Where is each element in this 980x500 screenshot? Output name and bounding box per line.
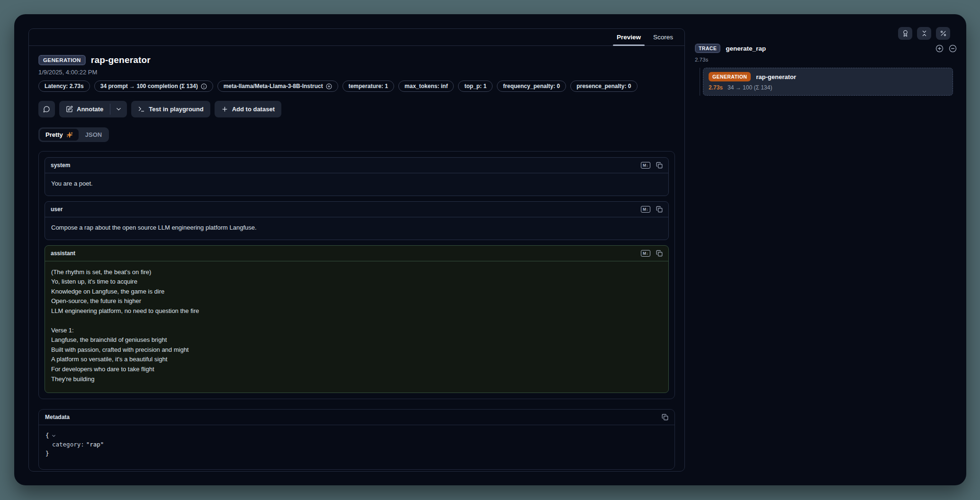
trace-name: generate_rap <box>726 45 766 52</box>
collapse-panel-button[interactable] <box>917 27 931 40</box>
generation-node-latency: 2.73s <box>709 84 723 91</box>
trace-root-row[interactable]: TRACE generate_rap <box>695 44 957 53</box>
edit-pencil-icon <box>66 106 73 113</box>
annotate-button[interactable]: Annotate <box>59 101 110 117</box>
percent-icon <box>940 30 947 37</box>
system-message-header: system M↓ <box>45 158 668 173</box>
top-p-badge-label: top_p: 1 <box>464 83 486 89</box>
metadata-header: Metadata <box>39 410 674 425</box>
sparkles-icon <box>66 132 73 138</box>
generation-node-tokens: 34 → 100 (Σ 134) <box>728 84 772 91</box>
trace-tree-sidebar: TRACE generate_rap 2.73s GENERATION rap-… <box>695 44 957 96</box>
metadata-category-line: category: "rap" <box>45 440 668 449</box>
open-brace: { <box>45 431 49 440</box>
tab-scores[interactable]: Scores <box>653 29 673 45</box>
observation-content: GENERATION rap-generator 1/9/2025, 4:00:… <box>29 46 684 470</box>
metadata-open-brace-line: { <box>45 431 668 440</box>
collapse-chevron-icon[interactable] <box>51 433 56 438</box>
tab-scores-label: Scores <box>653 34 673 41</box>
markdown-toggle-icon[interactable]: M↓ <box>641 250 650 257</box>
frequency-penalty-badge-label: frequency_penalty: 0 <box>503 83 560 89</box>
trace-type-badge: TRACE <box>695 44 720 53</box>
app-window: Preview Scores GENERATION rap-generator … <box>14 14 966 485</box>
frequency-penalty-badge: frequency_penalty: 0 <box>497 80 566 92</box>
trace-latency: 2.73s <box>695 57 957 62</box>
annotations-award-button[interactable] <box>898 27 912 40</box>
test-in-playground-button[interactable]: Test in playground <box>131 101 210 117</box>
metadata-key: category: <box>52 440 84 449</box>
plus-circle-icon[interactable] <box>326 83 332 89</box>
token-usage-badge[interactable]: 34 prompt → 100 completion (Σ 134) <box>94 80 213 92</box>
model-badge-label: meta-llama/Meta-Llama-3-8B-Instruct <box>224 83 323 89</box>
metadata-container: Metadata { category: "rap" <box>38 409 675 470</box>
window-controls <box>898 27 950 40</box>
terminal-icon <box>138 106 145 113</box>
max-tokens-badge-label: max_tokens: inf <box>405 83 448 89</box>
percent-view-button[interactable] <box>936 27 950 40</box>
user-message-content: Compose a rap about the open source LLM … <box>45 217 668 240</box>
generation-tree-node[interactable]: GENERATION rap-generator 2.73s 34 → 100 … <box>703 68 953 96</box>
observation-header: GENERATION rap-generator <box>38 55 675 65</box>
model-badge[interactable]: meta-llama/Meta-Llama-3-8B-Instruct <box>217 80 338 92</box>
assistant-message-content: (The rhythm is set, the beat's on fire) … <box>45 261 668 393</box>
system-message-actions: M↓ <box>641 162 663 169</box>
system-message-card: system M↓ You are a poet. <box>45 157 669 196</box>
metadata-json: { category: "rap" } <box>39 425 674 469</box>
comment-bubble-icon <box>43 106 50 113</box>
observation-timestamp: 1/9/2025, 4:00:22 PM <box>38 69 675 76</box>
copy-icon[interactable] <box>656 206 663 213</box>
copy-icon[interactable] <box>662 414 668 420</box>
metadata-close-brace-line: } <box>45 449 668 458</box>
copy-icon[interactable] <box>656 162 663 169</box>
json-view-label: JSON <box>85 131 102 138</box>
user-message-header: user M↓ <box>45 202 668 217</box>
close-brace: } <box>45 449 49 458</box>
presence-penalty-badge: presence_penalty: 0 <box>570 80 637 92</box>
top-p-badge: top_p: 1 <box>458 80 493 92</box>
add-to-dataset-label: Add to dataset <box>232 106 275 113</box>
json-view-button[interactable]: JSON <box>80 129 108 141</box>
metadata-value: "rap" <box>86 440 104 449</box>
action-toolbar: Annotate Test in playground <box>38 101 675 117</box>
minus-circle-icon <box>949 45 957 53</box>
markdown-toggle-icon[interactable]: M↓ <box>641 162 650 169</box>
tab-preview-label: Preview <box>617 34 641 41</box>
latency-badge: Latency: 2.73s <box>38 80 90 92</box>
pretty-json-toggle: Pretty JSON <box>38 127 109 142</box>
plus-icon <box>221 106 228 113</box>
temperature-badge-label: temperature: 1 <box>349 83 388 89</box>
chevron-down-icon <box>115 106 122 113</box>
collapse-all-button[interactable] <box>949 45 957 53</box>
generation-node-name: rap-generator <box>756 73 796 80</box>
annotate-split-button: Annotate <box>59 101 127 117</box>
award-icon <box>902 30 909 37</box>
trace-tree: GENERATION rap-generator 2.73s 34 → 100 … <box>700 68 957 96</box>
pretty-view-label: Pretty <box>45 131 63 138</box>
copy-icon[interactable] <box>656 250 663 257</box>
metadata-title: Metadata <box>45 414 70 420</box>
user-message-card: user M↓ Compose a rap about the open sou… <box>45 201 669 240</box>
active-tab-underline <box>613 45 645 46</box>
preview-scores-tabbar: Preview Scores <box>29 29 684 46</box>
markdown-toggle-icon[interactable]: M↓ <box>641 206 650 213</box>
pretty-view-button[interactable]: Pretty <box>40 129 79 141</box>
tab-preview[interactable]: Preview <box>617 29 641 45</box>
generation-node-stats: 2.73s 34 → 100 (Σ 134) <box>709 84 947 91</box>
system-message-content: You are a poet. <box>45 173 668 196</box>
assistant-message-card: assistant M↓ (The rhythm is set, the bea… <box>45 245 669 393</box>
generation-type-badge: GENERATION <box>38 55 86 65</box>
comments-button[interactable] <box>38 101 55 117</box>
info-icon[interactable] <box>201 83 207 89</box>
expand-all-button[interactable] <box>935 45 944 53</box>
observation-panel: Preview Scores GENERATION rap-generator … <box>28 28 685 472</box>
annotate-button-label: Annotate <box>77 106 103 113</box>
chevrons-down-up-icon <box>921 30 928 37</box>
add-to-dataset-button[interactable]: Add to dataset <box>215 101 281 117</box>
assistant-message-header: assistant M↓ <box>45 246 668 261</box>
test-in-playground-label: Test in playground <box>149 106 203 113</box>
latency-badge-label: Latency: 2.73s <box>45 83 84 89</box>
assistant-role-label: assistant <box>51 250 75 257</box>
annotate-dropdown-button[interactable] <box>110 101 127 117</box>
observation-title: rap-generator <box>91 55 151 65</box>
system-role-label: system <box>51 162 70 169</box>
